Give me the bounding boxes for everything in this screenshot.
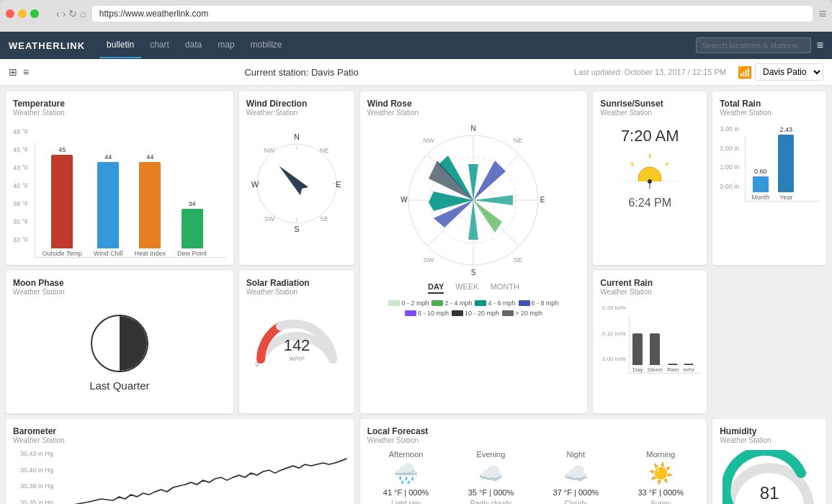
forecast-afternoon-temp: 41 °F | 000% <box>383 488 429 497</box>
forecast-evening: Evening ☁️ 35 °F | 000% Partly cloudy <box>468 450 514 504</box>
dot-green[interactable] <box>30 9 39 18</box>
solar-gauge-container: 142 W/m² 0 <box>246 302 347 366</box>
svg-text:SE: SE <box>320 215 328 222</box>
swatch-6-10 <box>405 310 416 316</box>
forecast-morning-label: Morning <box>646 450 675 459</box>
rain-bars-container: 0.60 Month 2.43 Year <box>745 137 819 202</box>
nav-link-mobilize[interactable]: mobilize <box>243 32 290 58</box>
forecast-evening-label: Evening <box>477 450 506 459</box>
refresh-icon[interactable]: ↻ <box>68 8 77 19</box>
svg-text:W/m²: W/m² <box>289 355 305 362</box>
tab-month[interactable]: MONTH <box>491 282 519 294</box>
station-select[interactable]: Davis Patio <box>755 63 823 81</box>
dot-yellow[interactable] <box>18 9 27 18</box>
forecast-night-label: Night <box>566 450 585 459</box>
cr-bar-inhr-bar <box>684 364 694 365</box>
forecast-morning: Morning ☀️ 33 °F | 000% Sunny <box>638 450 684 504</box>
home-icon[interactable]: ⌂ <box>80 8 86 19</box>
cr-bar-storm: Storm <box>648 333 663 373</box>
forecast-afternoon-icon: 🌧️ <box>393 462 419 485</box>
compass-container: N E S W NE SE SW NW <box>246 122 347 238</box>
forecast-morning-desc: Sunny <box>650 500 671 504</box>
forecast-periods: Afternoon 🌧️ 41 °F | 000% Light rain Eve… <box>367 450 700 504</box>
bar-val-outside: 45 <box>58 146 66 153</box>
svg-text:N: N <box>294 132 300 141</box>
legend-10-20: 10 - 20 mph <box>452 310 499 317</box>
rain-bar-month-bar <box>753 176 769 192</box>
local-forecast-card: Local Forecast Weather Station Afternoon… <box>360 419 707 504</box>
wind-dir-title: Wind Direction <box>246 99 347 109</box>
humidity-gauge-svg: 81 % 0 <box>723 450 816 504</box>
tab-week[interactable]: WEEK <box>455 282 478 294</box>
svg-text:81: 81 <box>760 483 779 503</box>
sun-graphic <box>600 151 699 191</box>
solar-gauge-svg: 142 W/m² 0 <box>250 302 344 366</box>
windrose-tabs: DAY WEEK MONTH <box>367 282 581 294</box>
forecast-evening-desc: Partly cloudy <box>470 500 511 504</box>
bar-group-dewpoint: 34 Dew Point <box>177 200 207 257</box>
label-6-10: 6 - 10 mph <box>418 310 449 317</box>
label-10-20: 10 - 20 mph <box>465 310 499 317</box>
bar-group-heatindex: 44 Heat Index <box>135 153 166 257</box>
legend-6-8: 6 - 8 mph <box>519 300 559 307</box>
cr-label-inhr: in/hr <box>683 366 694 373</box>
legend-2-4: 2 - 4 mph <box>431 300 472 307</box>
browser-dots <box>6 9 39 18</box>
wind-dir-subtitle: Weather Station <box>246 109 347 117</box>
rain-bar-month: 0.60 Month <box>751 168 769 201</box>
moon-dark-half <box>120 316 147 371</box>
windrose-subtitle: Weather Station <box>367 109 581 117</box>
baro-subtitle: Weather Station <box>13 436 347 444</box>
svg-line-32 <box>666 163 668 166</box>
grid-view-icon[interactable]: ≡ <box>817 39 823 52</box>
svg-text:W: W <box>401 196 408 204</box>
label-6-8: 6 - 8 mph <box>532 300 559 307</box>
sunrise-card: Sunrise/Sunset Weather Station 7:20 AM <box>593 91 707 265</box>
bar-label-heatindex: Heat Index <box>135 250 166 257</box>
svg-text:SE: SE <box>514 256 522 264</box>
solar-subtitle: Weather Station <box>246 288 347 296</box>
list-icon-button[interactable]: ≡ <box>23 66 29 78</box>
current-rain-card: Current Rain Weather Station 0.20 in/hr … <box>593 271 707 413</box>
grid-icon-button[interactable]: ⊞ <box>9 66 17 78</box>
nav-link-bulletin[interactable]: bulletin <box>99 32 141 58</box>
bar-group-windchill: 44 Wind Chill <box>94 153 123 257</box>
bar-val-windchill: 44 <box>104 153 112 161</box>
nav-link-data[interactable]: data <box>178 32 209 58</box>
forward-icon[interactable]: › <box>63 8 66 19</box>
temperature-card: Temperature Weather Station 48 °F 45 °F … <box>6 91 233 265</box>
forecast-evening-temp: 35 °F | 000% <box>468 488 514 497</box>
back-icon[interactable]: ‹ <box>56 8 60 19</box>
tab-day[interactable]: DAY <box>428 282 444 294</box>
baro-chart: 30.43 in Hg 30.40 in Hg 30.38 in Hg 30.3… <box>13 450 347 504</box>
cr-bar-inhr: in/hr <box>683 364 694 373</box>
svg-text:W: W <box>251 180 259 189</box>
nav-link-map[interactable]: map <box>210 32 241 58</box>
view-toggle: ⊞ ≡ <box>9 66 29 78</box>
dot-red[interactable] <box>6 9 14 18</box>
windrose-svg: N E S W NE SE SW NW <box>394 121 553 279</box>
bar-outside <box>51 155 73 248</box>
cr-label-storm: Storm <box>648 366 663 373</box>
forecast-evening-icon: ☁️ <box>478 462 504 485</box>
svg-text:0: 0 <box>255 361 259 366</box>
label-20plus: > 20 mph <box>515 310 542 317</box>
cr-bar-rain: Rain <box>667 364 679 373</box>
forecast-title: Local Forecast <box>367 426 700 436</box>
windrose-title: Wind Rose <box>367 99 581 109</box>
search-input[interactable] <box>696 37 811 53</box>
rain-label-month: Month <box>751 194 769 201</box>
solar-title: Solar Radiation <box>246 278 347 288</box>
address-bar[interactable]: https://www.weatherlink.com <box>92 6 813 22</box>
moon-phase-card: Moon Phase Weather Station Last Quarter <box>6 271 233 413</box>
svg-text:SW: SW <box>424 256 434 264</box>
rain-y-axis: 3.00 in 2.00 in 1.00 in 0.00 in <box>720 125 742 190</box>
browser-menu-icon[interactable]: ≡ <box>818 6 826 22</box>
rain-label-year: Year <box>779 194 792 201</box>
bar-label-dewpoint: Dew Point <box>177 250 207 257</box>
svg-marker-13 <box>274 162 308 196</box>
temp-y-axis: 48 °F 45 °F 43 °F 40 °F 38 °F 35 °F 33 °… <box>13 128 32 243</box>
moon-phase-label: Last Quarter <box>89 379 149 392</box>
nav-link-chart[interactable]: chart <box>143 32 176 58</box>
station-bar: ⊞ ≡ Current station: Davis Patio Last up… <box>0 59 832 86</box>
